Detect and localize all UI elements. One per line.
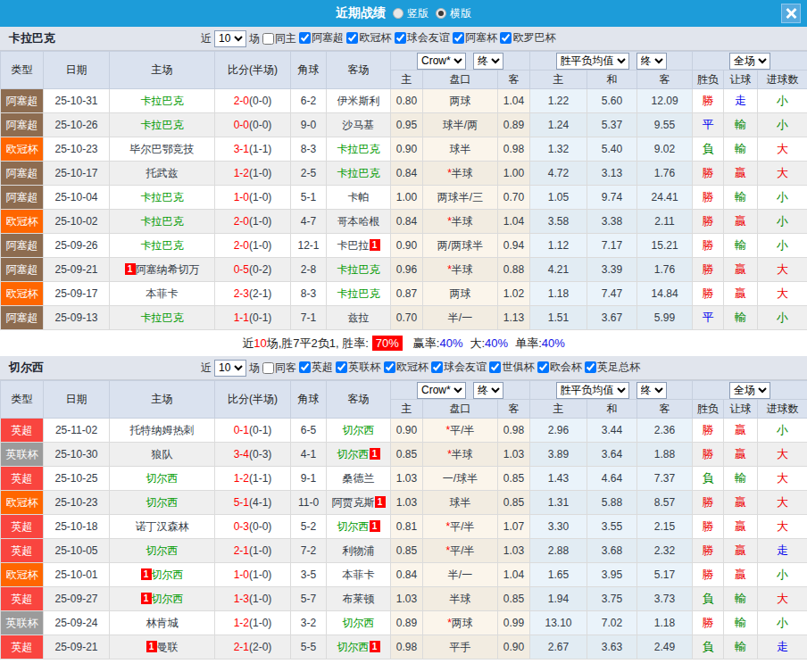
same-venue-filter[interactable]: 同主 [262,31,296,46]
fulltime-score: 3-1 [234,143,249,155]
league-checkbox[interactable] [346,32,358,44]
league-filter[interactable]: 球会友谊 [395,30,450,46]
away-team-cell[interactable]: 哥本哈根 [327,210,391,234]
home-team-cell[interactable]: 切尔西 [110,467,215,491]
away-team-cell[interactable]: 卡拉巴克 [327,282,391,306]
avg-final-select[interactable]: 终 [636,382,667,399]
away-team-cell[interactable]: 切尔西 [327,611,391,635]
away-team-cell[interactable]: 伊米斯利 [327,89,391,113]
bookmaker-select[interactable]: Crow* [417,382,466,399]
goals-result-cell: 大 [758,258,807,282]
league-filter[interactable]: 欧会杯 [537,360,582,375]
avg-home-odds: 4.21 [530,258,587,282]
league-filter[interactable]: 阿塞超 [299,30,344,46]
odds-final-select[interactable]: 终 [473,53,503,70]
avg-select[interactable]: 胜平负均值 [556,53,629,70]
close-button[interactable] [781,4,801,23]
home-team-cell[interactable]: 卡拉巴克 [110,210,215,234]
table-row: 英超 25-10-05 切尔西 2-1(1-0) 7-2 利物浦 0.85 *平… [1,539,807,563]
home-team-cell[interactable]: 1阿塞纳希切万 [110,258,215,282]
scope-select[interactable]: 全场 [729,382,770,399]
home-team-cell[interactable]: 托武兹 [110,162,215,186]
home-team-name: 卡拉巴克 [141,95,184,107]
league-filter[interactable]: 英联杯 [336,360,380,375]
horizontal-layout-radio[interactable] [436,8,446,19]
away-team-cell[interactable]: 卡帕 [327,186,391,210]
league-checkbox[interactable] [299,32,311,44]
league-checkbox[interactable] [395,32,406,44]
league-checkbox[interactable] [585,361,596,373]
horizontal-layout-option[interactable]: 横版 [436,6,471,21]
same-venue-checkbox[interactable] [262,362,274,374]
home-team-cell[interactable]: 切尔西 [110,539,215,563]
odds-final-select[interactable]: 终 [473,382,503,399]
league-filter[interactable]: 球会友谊 [431,360,487,375]
home-team-cell[interactable]: 卡拉巴克 [110,113,215,137]
league-checkbox[interactable] [537,361,549,373]
home-team-cell[interactable]: 托特纳姆热刺 [110,419,215,443]
away-team-cell[interactable]: 阿贾克斯1 [327,491,391,515]
league-filter[interactable]: 英足总杯 [585,360,640,375]
home-team-cell[interactable]: 切尔西 [110,491,215,515]
home-team-cell[interactable]: 卡拉巴克 [110,306,215,330]
away-team-cell[interactable]: 切尔西1 [327,515,391,539]
away-team-cell[interactable]: 桑德兰 [327,467,391,491]
home-team-cell[interactable]: 林肯城 [110,611,215,635]
league-checkbox[interactable] [489,361,501,373]
same-venue-checkbox[interactable] [262,33,274,45]
fulltime-score: 2-1 [234,641,249,653]
away-team-cell[interactable]: 卡拉巴克 [327,137,391,162]
away-team-cell[interactable]: 布莱顿 [327,587,391,611]
avg-home-odds: 3.89 [530,443,587,467]
home-team-cell[interactable]: 1切尔西 [110,587,215,611]
league-checkbox[interactable] [500,32,512,44]
fulltime-score: 1-0 [234,568,249,581]
match-date: 25-09-21 [44,635,110,660]
recent-count-select[interactable]: 10 [214,30,246,47]
home-team-cell[interactable]: 毕尔巴鄂竞技 [110,137,215,162]
subcol-avg-draw: 和 [587,400,637,419]
home-team-cell[interactable]: 1切尔西 [110,563,215,587]
league-filter[interactable]: 世俱杯 [489,360,534,375]
league-checkbox[interactable] [431,361,443,373]
home-odds: 1.03 [391,467,423,491]
vertical-layout-option[interactable]: 竖版 [393,6,428,21]
home-team-cell[interactable]: 1曼联 [110,635,215,660]
league-checkbox[interactable] [299,361,311,373]
avg-final-select[interactable]: 终 [636,53,667,70]
away-team-cell[interactable]: 切尔西1 [327,635,391,660]
home-team-cell[interactable]: 卡拉巴克 [110,89,215,113]
bookmaker-select[interactable]: Crow* [417,53,466,70]
league-filter[interactable]: 阿塞杯 [453,30,497,46]
scope-select[interactable]: 全场 [729,53,770,70]
away-team-cell[interactable]: 切尔西 [327,419,391,443]
away-team-cell[interactable]: 切尔西1 [327,443,391,467]
league-checkbox[interactable] [453,32,464,44]
away-odds: 0.90 [498,635,530,660]
avg-home-odds: 1.94 [530,587,587,611]
home-team-cell[interactable]: 诺丁汉森林 [110,515,215,539]
league-filter[interactable]: 欧罗巴杯 [500,30,555,46]
same-venue-filter[interactable]: 同客 [262,361,296,376]
home-team-cell[interactable]: 本菲卡 [110,282,215,306]
away-team-cell[interactable]: 本菲卡 [327,563,391,587]
away-team-cell[interactable]: 利物浦 [327,539,391,563]
col-home: 主场 [110,381,215,419]
away-team-cell[interactable]: 卡拉巴克 [327,258,391,282]
home-team-cell[interactable]: 卡拉巴克 [110,186,215,210]
away-team-cell[interactable]: 沙马基 [327,113,391,137]
league-checkbox[interactable] [336,361,347,373]
home-team-cell[interactable]: 狼队 [110,443,215,467]
league-filter[interactable]: 英超 [299,360,333,375]
league-type-badge: 欧冠杯 [1,491,44,515]
recent-count-select[interactable]: 10 [214,360,246,377]
league-checkbox[interactable] [384,361,395,373]
home-team-cell[interactable]: 卡拉巴克 [110,234,215,258]
league-filter[interactable]: 欧冠杯 [384,360,428,375]
away-team-cell[interactable]: 卡拉巴克 [327,162,391,186]
away-team-cell[interactable]: 兹拉 [327,306,391,330]
avg-select[interactable]: 胜平负均值 [556,382,629,399]
vertical-layout-radio[interactable] [393,8,404,19]
league-filter[interactable]: 欧冠杯 [346,30,391,46]
away-team-cell[interactable]: 卡巴拉1 [327,234,391,258]
